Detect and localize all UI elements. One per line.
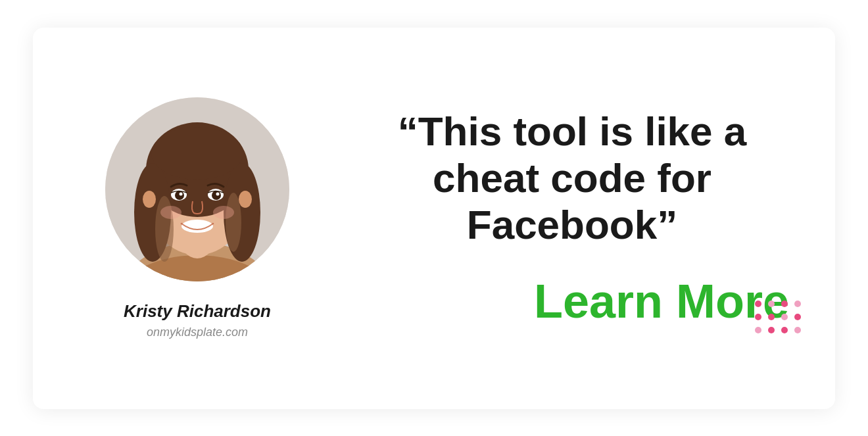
dot (794, 314, 801, 320)
dot (768, 301, 775, 307)
testimonial-card: Kristy Richardson onmykidsplate.com “Thi… (33, 28, 835, 409)
person-website: onmykidsplate.com (147, 326, 248, 339)
quote-text: “This tool is like a cheat code for Face… (355, 108, 789, 249)
svg-point-16 (212, 191, 221, 200)
svg-point-20 (160, 206, 181, 219)
avatar (105, 97, 289, 281)
svg-point-10 (151, 127, 243, 180)
dot (781, 301, 788, 307)
svg-point-12 (239, 191, 252, 208)
dot (755, 314, 761, 320)
dot (781, 314, 788, 320)
dot (755, 301, 761, 307)
svg-point-8 (155, 196, 174, 262)
dot (794, 327, 801, 333)
dot (755, 327, 761, 333)
dot (768, 327, 775, 333)
person-name: Kristy Richardson (124, 301, 271, 322)
svg-point-17 (180, 192, 183, 195)
dot (768, 314, 775, 320)
svg-point-21 (213, 206, 234, 219)
svg-point-18 (216, 192, 220, 195)
svg-point-11 (143, 191, 156, 208)
dots-decoration (755, 301, 802, 335)
left-section: Kristy Richardson onmykidsplate.com (79, 97, 316, 339)
svg-point-15 (175, 191, 184, 200)
learn-more-link[interactable]: Learn More (355, 274, 789, 328)
dot (794, 301, 801, 307)
dot (781, 327, 788, 333)
right-section: “This tool is like a cheat code for Face… (316, 108, 789, 329)
